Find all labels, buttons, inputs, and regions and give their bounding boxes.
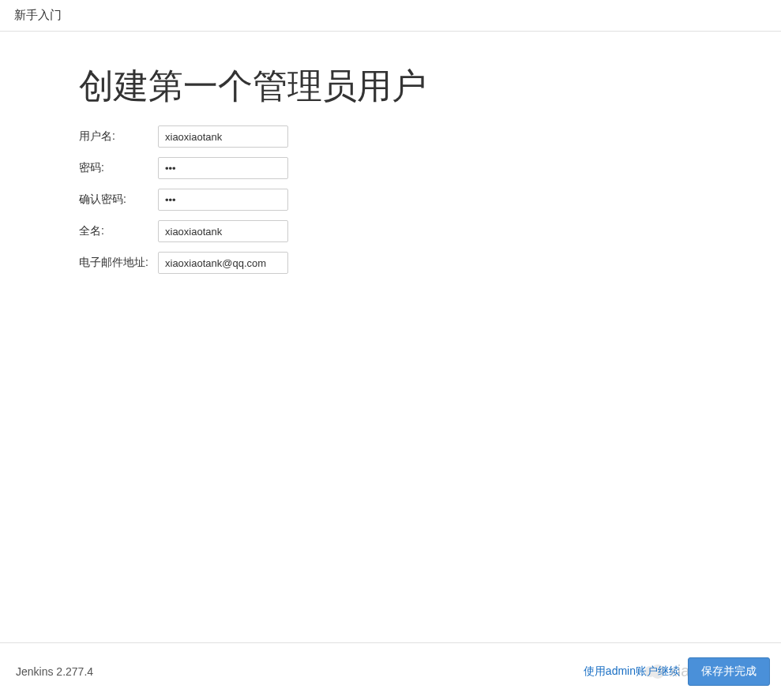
email-input[interactable]: [158, 252, 288, 274]
form-row-username: 用户名:: [79, 125, 702, 148]
footer-actions: 使用admin账户继续 保存并完成: [584, 657, 770, 686]
jenkins-version: Jenkins 2.277.4: [16, 665, 93, 678]
form-row-confirm-password: 确认密码:: [79, 189, 702, 211]
save-finish-button[interactable]: 保存并完成: [688, 657, 770, 686]
form-row-email: 电子邮件地址:: [79, 252, 702, 274]
form-row-password: 密码:: [79, 157, 702, 179]
email-label: 电子邮件地址:: [79, 256, 158, 270]
wizard-header-title: 新手入门: [14, 8, 62, 21]
username-label: 用户名:: [79, 129, 158, 144]
fullname-label: 全名:: [79, 224, 158, 238]
wizard-footer: Jenkins 2.277.4 使用admin账户继续 保存并完成: [0, 642, 781, 700]
fullname-input[interactable]: [158, 220, 288, 242]
page-title: 创建第一个管理员用户: [79, 63, 702, 110]
username-input[interactable]: [158, 125, 288, 148]
skip-admin-button[interactable]: 使用admin账户继续: [584, 664, 680, 679]
confirm-password-input[interactable]: [158, 189, 288, 211]
confirm-password-label: 确认密码:: [79, 193, 158, 207]
wizard-content: 创建第一个管理员用户 用户名: 密码: 确认密码: 全名: 电子邮件地址:: [0, 32, 781, 642]
password-label: 密码:: [79, 161, 158, 175]
wizard-header: 新手入门: [0, 0, 781, 32]
password-input[interactable]: [158, 157, 288, 179]
form-row-fullname: 全名:: [79, 220, 702, 242]
